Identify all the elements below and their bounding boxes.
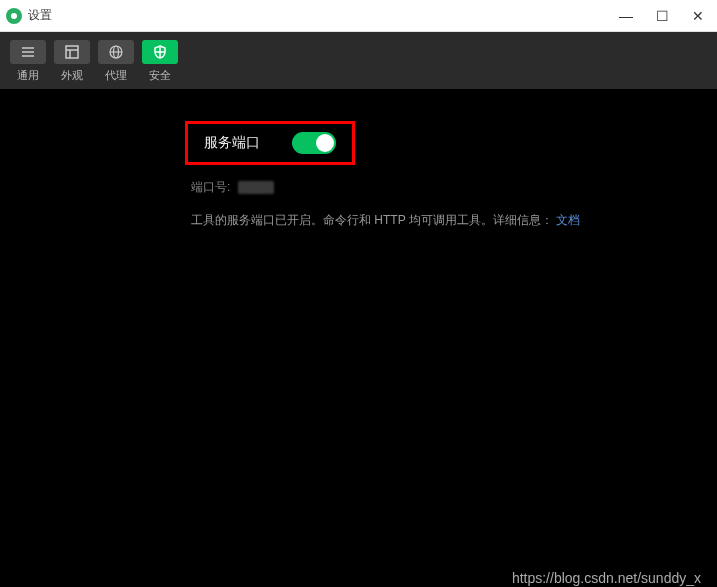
- layout-icon: [54, 40, 90, 64]
- description-text: 工具的服务端口已开启。命令行和 HTTP 均可调用工具。详细信息： 文档: [191, 212, 717, 229]
- port-label: 端口号:: [191, 179, 230, 196]
- app-icon: [6, 8, 22, 24]
- tab-appearance[interactable]: 外观: [54, 40, 90, 83]
- content-area: 服务端口 端口号: 工具的服务端口已开启。命令行和 HTTP 均可调用工具。详细…: [0, 89, 717, 587]
- watermark-text: https://blog.csdn.net/sunddy_x: [512, 570, 701, 586]
- maximize-button[interactable]: ☐: [655, 8, 669, 24]
- tab-toolbar: 通用 外观 代理 安全: [0, 32, 717, 89]
- titlebar: 设置 — ☐ ✕: [0, 0, 717, 32]
- list-icon: [10, 40, 46, 64]
- window-controls: — ☐ ✕: [619, 8, 705, 24]
- tab-label: 代理: [105, 68, 127, 83]
- close-button[interactable]: ✕: [691, 8, 705, 24]
- shield-icon: [142, 40, 178, 64]
- tab-security[interactable]: 安全: [142, 40, 178, 83]
- description-prefix: 工具的服务端口已开启。命令行和 HTTP 均可调用工具。详细信息：: [191, 213, 553, 227]
- doc-link[interactable]: 文档: [556, 213, 580, 227]
- svg-rect-3: [66, 46, 78, 58]
- minimize-button[interactable]: —: [619, 8, 633, 24]
- tab-label: 外观: [61, 68, 83, 83]
- port-value-hidden: [238, 181, 274, 194]
- window-title: 设置: [28, 7, 52, 24]
- tab-proxy[interactable]: 代理: [98, 40, 134, 83]
- highlight-annotation: 服务端口: [185, 121, 355, 165]
- tab-label: 安全: [149, 68, 171, 83]
- globe-icon: [98, 40, 134, 64]
- tab-label: 通用: [17, 68, 39, 83]
- port-number-row: 端口号:: [191, 179, 717, 196]
- service-port-toggle[interactable]: [292, 132, 336, 154]
- titlebar-left: 设置: [6, 7, 52, 24]
- tab-general[interactable]: 通用: [10, 40, 46, 83]
- service-port-label: 服务端口: [204, 134, 260, 152]
